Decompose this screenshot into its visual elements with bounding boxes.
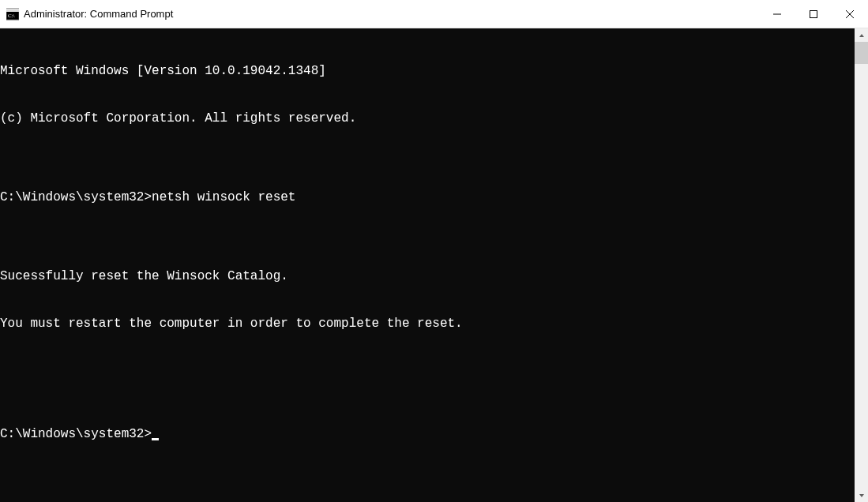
client-area: Microsoft Windows [Version 10.0.19042.13…	[0, 28, 868, 502]
vertical-scrollbar[interactable]	[855, 28, 868, 502]
scroll-down-arrow-icon[interactable]	[855, 489, 868, 502]
command-text: netsh winsock reset	[152, 190, 295, 204]
minimize-button[interactable]	[759, 0, 795, 28]
copyright-line: (c) Microsoft Corporation. All rights re…	[0, 111, 855, 126]
maximize-button[interactable]	[795, 0, 832, 28]
title-left: C:\ Administrator: Command Prompt	[6, 8, 173, 21]
output-line: You must restart the computer in order t…	[0, 316, 855, 332]
svg-rect-1	[6, 9, 19, 12]
svg-text:C:\: C:\	[8, 13, 15, 19]
prompt-text: C:\Windows\system32>	[0, 426, 152, 442]
scroll-thumb[interactable]	[855, 42, 868, 64]
version-line: Microsoft Windows [Version 10.0.19042.13…	[0, 63, 855, 79]
scroll-up-arrow-icon[interactable]	[855, 28, 868, 42]
close-button[interactable]	[832, 0, 868, 28]
window-title: Administrator: Command Prompt	[24, 8, 173, 20]
current-prompt-line: C:\Windows\system32>	[0, 426, 855, 442]
cursor	[152, 438, 159, 440]
scroll-track[interactable]	[855, 42, 868, 489]
cmd-icon: C:\	[6, 8, 19, 21]
output-line: Sucessfully reset the Winsock Catalog.	[0, 268, 855, 284]
command-line: C:\Windows\system32>netsh winsock reset	[0, 189, 855, 205]
terminal-output[interactable]: Microsoft Windows [Version 10.0.19042.13…	[0, 28, 855, 502]
svg-rect-4	[810, 10, 817, 17]
prompt-text: C:\Windows\system32>	[0, 190, 152, 204]
title-bar: C:\ Administrator: Command Prompt	[0, 0, 868, 28]
window-controls	[759, 0, 868, 28]
